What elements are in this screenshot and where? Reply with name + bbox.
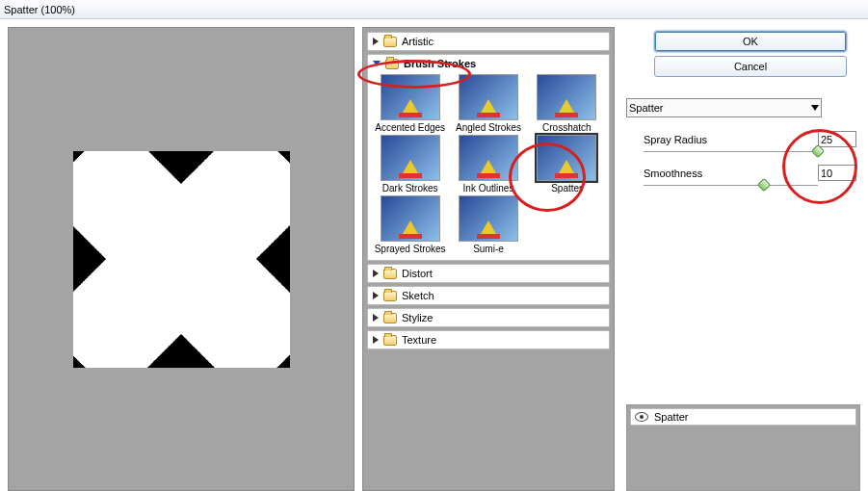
triangle-right-icon bbox=[373, 314, 379, 322]
thumb-label: Crosshatch bbox=[542, 122, 592, 133]
stack-layer-label: Spatter bbox=[654, 411, 688, 423]
thumb-image bbox=[459, 195, 518, 242]
category-label: Distort bbox=[402, 268, 433, 279]
category-label: Brush Strokes bbox=[404, 58, 476, 69]
ok-button-label: OK bbox=[743, 36, 758, 47]
folder-icon bbox=[385, 59, 399, 69]
spray-radius-label: Spray Radius bbox=[644, 134, 707, 145]
preview-image bbox=[73, 151, 290, 368]
thumb-image bbox=[381, 135, 440, 181]
stack-layer-spatter[interactable]: Spatter bbox=[630, 408, 856, 426]
thumb-label: Angled Strokes bbox=[456, 122, 521, 133]
triangle-right-icon bbox=[373, 270, 379, 277]
filter-thumb-crosshatch[interactable]: Crosshatch bbox=[529, 74, 605, 133]
thumb-label: Spatter bbox=[551, 183, 582, 194]
param-smoothness: Smoothness bbox=[626, 165, 860, 181]
folder-icon bbox=[383, 291, 397, 301]
filter-gallery-scroll[interactable]: ArtisticBrush StrokesAccented EdgesAngle… bbox=[362, 27, 615, 491]
filter-thumb-ink-outlines[interactable]: Ink Outlines bbox=[450, 135, 526, 194]
category-label: Sketch bbox=[402, 290, 434, 301]
thumb-label: Sprayed Strokes bbox=[375, 244, 446, 254]
thumb-image bbox=[537, 135, 596, 181]
cancel-button-label: Cancel bbox=[734, 61, 767, 72]
category-stylize[interactable]: Stylize bbox=[368, 309, 609, 326]
thumb-label: Ink Outlines bbox=[463, 183, 514, 194]
triangle-right-icon bbox=[373, 292, 379, 299]
visibility-eye-icon[interactable] bbox=[635, 412, 648, 422]
folder-icon bbox=[383, 37, 397, 47]
preview-pane bbox=[8, 27, 355, 491]
main-area: ArtisticBrush StrokesAccented EdgesAngle… bbox=[0, 19, 868, 491]
filter-select-value: Spatter bbox=[629, 102, 663, 114]
category-label: Stylize bbox=[402, 312, 433, 323]
smoothness-input[interactable] bbox=[818, 165, 856, 181]
category-brush-strokes[interactable]: Brush Strokes bbox=[368, 55, 609, 72]
folder-icon bbox=[383, 269, 397, 279]
thumb-image bbox=[381, 195, 440, 242]
filter-thumb-sumi-e[interactable]: Sumi-e bbox=[450, 195, 526, 254]
smoothness-label: Smoothness bbox=[644, 168, 702, 179]
title-bar: Spatter (100%) bbox=[0, 0, 868, 19]
ok-button[interactable]: OK bbox=[654, 31, 847, 52]
triangle-right-icon bbox=[373, 336, 379, 344]
thumb-image bbox=[459, 74, 518, 120]
filter-thumb-spatter[interactable]: Spatter bbox=[529, 135, 605, 194]
triangle-right-icon bbox=[373, 38, 379, 45]
thumb-label: Accented Edges bbox=[375, 122, 445, 133]
folder-icon bbox=[383, 313, 397, 323]
controls-pane: OK Cancel Spatter Spray Radius Smoothnes… bbox=[618, 19, 868, 491]
thumb-label: Dark Strokes bbox=[382, 183, 438, 194]
category-distort[interactable]: Distort bbox=[368, 265, 609, 282]
folder-icon bbox=[383, 335, 397, 346]
filter-gallery: ArtisticBrush StrokesAccented EdgesAngle… bbox=[362, 27, 615, 491]
chevron-down-icon bbox=[811, 105, 819, 111]
category-label: Artistic bbox=[402, 36, 434, 47]
category-artistic[interactable]: Artistic bbox=[368, 33, 609, 50]
filter-thumb-dark-strokes[interactable]: Dark Strokes bbox=[372, 135, 448, 194]
triangle-down-icon bbox=[373, 61, 381, 66]
filter-thumb-accented-edges[interactable]: Accented Edges bbox=[372, 74, 448, 133]
thumb-image bbox=[381, 74, 440, 120]
category-sketch[interactable]: Sketch bbox=[368, 287, 609, 304]
filter-thumb-angled-strokes[interactable]: Angled Strokes bbox=[450, 74, 526, 133]
smoothness-slider[interactable] bbox=[644, 181, 856, 191]
spray-radius-slider[interactable] bbox=[644, 147, 856, 157]
param-spray-radius: Spray Radius bbox=[626, 131, 860, 147]
category-label: Texture bbox=[402, 334, 436, 346]
thumb-image bbox=[537, 74, 596, 120]
cancel-button[interactable]: Cancel bbox=[654, 56, 847, 77]
window-title: Spatter (100%) bbox=[4, 4, 75, 15]
thumb-label: Sumi-e bbox=[473, 244, 504, 254]
category-texture[interactable]: Texture bbox=[368, 331, 609, 349]
thumb-image bbox=[459, 135, 518, 181]
effect-stack: Spatter bbox=[626, 404, 860, 491]
filter-thumb-sprayed-strokes[interactable]: Sprayed Strokes bbox=[372, 195, 448, 254]
filter-select[interactable]: Spatter bbox=[626, 98, 822, 117]
spray-radius-input[interactable] bbox=[818, 131, 856, 147]
